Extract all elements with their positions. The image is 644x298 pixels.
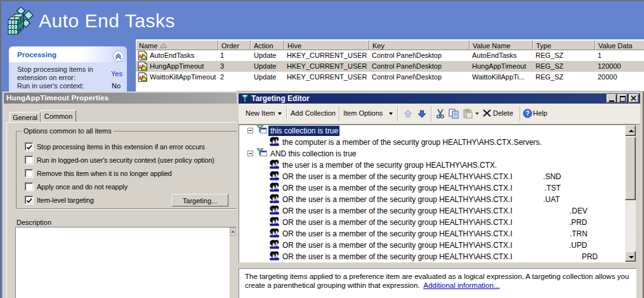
svg-text:?: ? xyxy=(525,110,529,117)
